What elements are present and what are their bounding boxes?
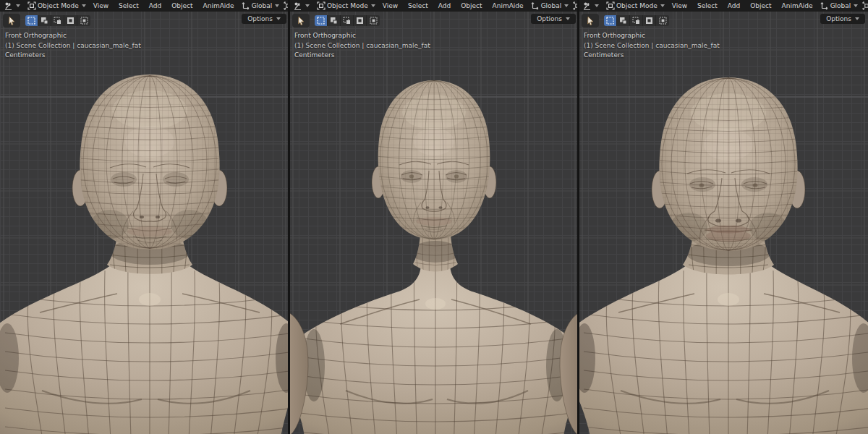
object-mode-icon [317, 1, 326, 10]
viewport-canvas-2[interactable] [289, 0, 579, 434]
select-mode-set-icon [606, 17, 614, 25]
chevron-down-icon [566, 17, 570, 20]
select-mode-subtract-button[interactable] [51, 15, 64, 26]
tweak-tool-button[interactable] [3, 14, 20, 27]
tool-settings-row-3: Options [582, 14, 865, 27]
transform-orientation-selector[interactable]: Global [239, 0, 282, 12]
editor-type-selector[interactable] [581, 0, 601, 12]
mode-selector[interactable]: Object Mode [315, 0, 378, 12]
editor-type-selector[interactable] [2, 0, 22, 12]
menu-add[interactable]: Add [144, 0, 166, 12]
editor-3d-viewport-icon [294, 1, 302, 11]
select-mode-extend-button[interactable] [328, 15, 341, 26]
select-mode-subtract-button[interactable] [630, 15, 643, 26]
pivot-point-icon [862, 1, 868, 10]
select-mode-set-button[interactable] [604, 15, 617, 26]
select-mode-intersect-icon [659, 17, 667, 25]
orientation-axes-icon [531, 1, 540, 10]
menu-view[interactable]: View [667, 0, 692, 12]
viewport-header-1: Object Mode View Select Add Object AnimA… [0, 0, 289, 12]
menu-select[interactable]: Select [403, 0, 433, 12]
mode-label: Object Mode [616, 2, 658, 9]
transform-orientation-selector[interactable]: Global [529, 0, 571, 12]
select-mode-intersect-button[interactable] [367, 15, 380, 26]
select-mode-extend-button[interactable] [617, 15, 630, 26]
menu-animaide[interactable]: AnimAide [777, 0, 818, 12]
chevron-down-icon [564, 4, 569, 7]
menu-object[interactable]: Object [745, 0, 776, 12]
menu-animaide[interactable]: AnimAide [198, 0, 239, 12]
menu-view[interactable]: View [88, 0, 114, 12]
select-mode-intersect-button[interactable] [656, 15, 669, 26]
viewport-panel-1: Object Mode View Select Add Object AnimA… [0, 0, 289, 434]
options-button[interactable]: Options [531, 14, 576, 24]
tool-settings-row-1: Options [3, 14, 286, 27]
select-mode-subtract-button[interactable] [341, 15, 354, 26]
transform-orientation-selector[interactable]: Global [818, 0, 861, 12]
chevron-down-icon [82, 4, 86, 7]
select-mode-set-icon [317, 17, 325, 25]
menu-add[interactable]: Add [433, 0, 456, 12]
chevron-down-icon [276, 17, 281, 20]
select-mode-subtract-icon [54, 17, 61, 25]
select-mode-invert-icon [67, 17, 75, 25]
select-mode-invert-button[interactable] [643, 15, 656, 26]
menu-object[interactable]: Object [166, 0, 197, 12]
object-mode-icon [27, 1, 36, 10]
orientation-label: Global [541, 2, 562, 9]
pivot-point-selector[interactable] [860, 0, 868, 12]
select-mode-invert-button[interactable] [354, 15, 367, 26]
scene-breadcrumb: (1) Scene Collection | caucasian_male_fa… [584, 41, 720, 51]
options-label: Options [537, 15, 562, 22]
select-mode-set-icon [27, 17, 35, 25]
viewport-panel-2: Object Mode View Select Add Object AnimA… [289, 0, 579, 434]
select-mode-intersect-button[interactable] [77, 15, 90, 26]
chevron-down-icon [16, 4, 20, 7]
units-label: Centimeters [294, 51, 430, 61]
menu-add[interactable]: Add [723, 0, 745, 12]
select-mode-invert-icon [645, 17, 653, 25]
editor-3d-viewport-icon [583, 1, 592, 11]
viewport-header-3: Object Mode View Select Add Object AnimA… [579, 0, 868, 12]
mode-selector[interactable]: Object Mode [25, 0, 88, 12]
select-mode-group [315, 15, 380, 26]
view-label: Front Orthographic [294, 31, 430, 41]
select-mode-invert-button[interactable] [64, 15, 77, 26]
select-mode-extend-button[interactable] [38, 15, 51, 26]
orientation-axes-icon [242, 1, 250, 10]
tweak-tool-button[interactable] [582, 14, 599, 27]
editor-3d-viewport-icon [4, 1, 13, 11]
viewport-canvas-1[interactable] [0, 0, 289, 434]
options-button[interactable]: Options [820, 14, 865, 24]
tweak-tool-button[interactable] [292, 14, 310, 27]
chevron-down-icon [275, 4, 279, 7]
tweak-cursor-icon [297, 16, 306, 26]
viewport-overlay-text-1: Front Orthographic (1) Scene Collection … [5, 31, 141, 61]
select-mode-set-button[interactable] [25, 15, 38, 26]
object-mode-icon [606, 1, 615, 10]
mode-label: Object Mode [38, 2, 79, 9]
viewport-canvas-3[interactable] [579, 0, 868, 434]
editor-type-selector[interactable] [292, 0, 312, 12]
view-label: Front Orthographic [584, 31, 720, 41]
options-label: Options [247, 15, 273, 22]
mode-label: Object Mode [327, 2, 368, 9]
select-mode-set-button[interactable] [315, 15, 328, 26]
chevron-down-icon [371, 4, 375, 7]
tweak-cursor-icon [7, 16, 17, 26]
viewport-header-2: Object Mode View Select Add Object AnimA… [289, 0, 579, 12]
units-label: Centimeters [584, 51, 720, 61]
menu-object[interactable]: Object [456, 0, 487, 12]
menu-animaide[interactable]: AnimAide [488, 0, 529, 12]
panel-divider[interactable] [577, 0, 579, 434]
select-mode-extend-icon [619, 17, 627, 25]
panel-divider[interactable] [288, 0, 290, 434]
menu-select[interactable]: Select [114, 0, 144, 12]
tweak-cursor-icon [586, 16, 595, 26]
blender-window: Object Mode View Select Add Object AnimA… [0, 0, 868, 434]
options-button[interactable]: Options [242, 14, 286, 24]
mode-selector[interactable]: Object Mode [604, 0, 667, 12]
menu-select[interactable]: Select [692, 0, 723, 12]
menu-view[interactable]: View [378, 0, 403, 12]
select-mode-group [604, 15, 669, 26]
